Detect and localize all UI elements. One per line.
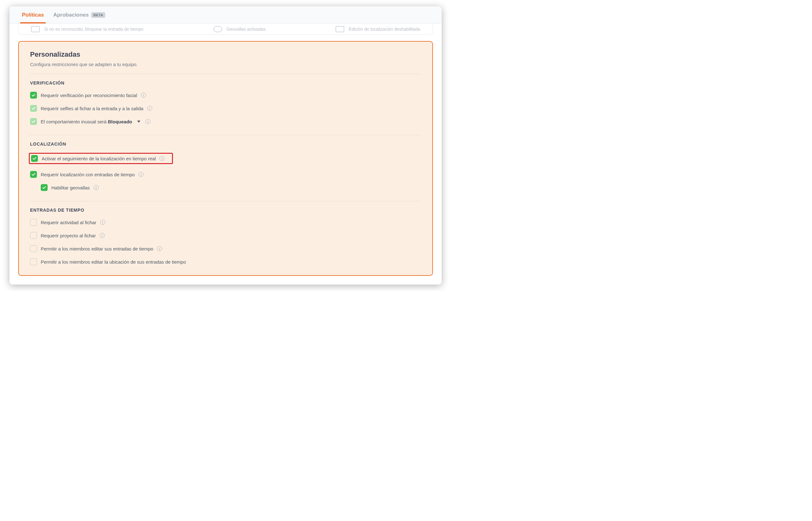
label-location-geofence: Habilitar geovallas [51, 185, 90, 190]
check-icon [42, 185, 46, 190]
tab-approvals[interactable]: Aprobaciones BETA [53, 12, 106, 23]
info-icon[interactable]: i [145, 119, 150, 124]
tab-approvals-label: Aprobaciones [53, 12, 89, 18]
label-verify-behavior: El comportamiento inusual será Bloqueado [41, 119, 132, 124]
panel-title: Personalizadas [30, 50, 421, 59]
toggle-icon [31, 26, 40, 32]
label-verify-behavior-pre: El comportamiento inusual será [41, 119, 108, 124]
checkbox-location-require[interactable] [30, 171, 37, 178]
chevron-down-icon[interactable] [137, 120, 140, 123]
row-time-edit-entries: Permitir a los miembros editar sus entra… [30, 243, 421, 254]
row-location-realtime: Activar el seguimiento de la localizació… [30, 151, 421, 166]
label-time-edit-entries: Permitir a los miembros editar sus entra… [41, 246, 153, 251]
row-time-edit-location: Permitir a los miembros editar la ubicac… [30, 256, 421, 267]
cutoff-text-a: Si no es reconocido, bloquear la entrada… [44, 27, 144, 31]
checkbox-time-edit-entries[interactable] [30, 245, 37, 252]
checkbox-time-edit-location[interactable] [30, 258, 37, 265]
row-verify-selfies: Requerir selfies al fichar a la entrada … [30, 103, 421, 114]
checkbox-verify-selfies[interactable] [30, 105, 37, 112]
section-time-head: ENTRADAS DE TIEMPO [30, 208, 421, 212]
check-icon [32, 156, 37, 161]
beta-badge: BETA [91, 12, 105, 18]
cutoff-text-c: Edición de localización deshabilitada [349, 27, 420, 31]
checkbox-verify-behavior[interactable] [30, 118, 37, 125]
label-time-edit-location: Permitir a los miembros editar la ubicac… [41, 259, 186, 265]
label-location-require: Requerir localización con entradas de ti… [41, 172, 135, 177]
label-verify-selfies: Requerir selfies al fichar a la entrada … [41, 106, 144, 111]
label-time-project: Requerir proyecto al fichar [41, 233, 96, 238]
info-icon[interactable]: i [147, 106, 152, 111]
content-area: Si no es reconocido, bloquear la entrada… [9, 23, 442, 285]
divider [30, 201, 421, 201]
previous-card-cutoff: Si no es reconocido, bloquear la entrada… [18, 23, 433, 35]
checkbox-time-project[interactable] [30, 232, 37, 239]
highlight-box: Activar el seguimiento de la localizació… [29, 153, 173, 164]
check-icon [31, 172, 36, 177]
divider [30, 135, 421, 135]
check-icon [31, 93, 36, 97]
checkbox-location-realtime[interactable] [31, 155, 38, 162]
panel-subtitle: Configura restricciones que se adapten a… [30, 62, 421, 67]
row-verify-behavior: El comportamiento inusual será Bloqueado… [30, 116, 421, 127]
label-location-realtime: Activar el seguimiento de la localizació… [42, 156, 156, 161]
section-verification-head: VERIFICACIÓN [30, 81, 421, 86]
checkbox-time-activity[interactable] [30, 219, 37, 226]
info-icon[interactable]: i [100, 233, 105, 238]
custom-policies-panel: Personalizadas Configura restricciones q… [18, 41, 433, 276]
check-icon [31, 119, 36, 124]
toggle-icon [213, 26, 222, 32]
row-time-activity: Requerir actividad al fichar i [30, 217, 421, 228]
row-verify-facial: Requerir verificación por reconocimiento… [30, 90, 421, 100]
checkbox-verify-facial[interactable] [30, 92, 37, 99]
divider [30, 74, 421, 74]
checkbox-location-geofence[interactable] [41, 184, 48, 191]
info-icon[interactable]: i [100, 220, 105, 225]
info-icon[interactable]: i [141, 93, 146, 98]
app-frame: Políticas Aprobaciones BETA Si no es rec… [9, 6, 442, 285]
section-location-head: LOCALIZACIÓN [30, 141, 421, 146]
info-icon[interactable]: i [138, 172, 144, 177]
label-verify-behavior-bold: Bloqueado [108, 119, 132, 124]
row-location-require: Requerir localización con entradas de ti… [30, 169, 421, 180]
label-verify-facial: Requerir verificación por reconocimiento… [41, 93, 137, 98]
info-icon[interactable]: i [157, 246, 162, 251]
info-icon[interactable]: i [94, 185, 99, 190]
row-location-geofence: Habilitar geovallas i [30, 182, 421, 193]
tab-bar: Políticas Aprobaciones BETA [9, 6, 442, 23]
toggle-icon [335, 26, 344, 32]
check-icon [31, 106, 36, 111]
label-time-activity: Requerir actividad al fichar [41, 220, 96, 225]
info-icon[interactable]: i [159, 156, 164, 161]
row-time-project: Requerir proyecto al fichar i [30, 230, 421, 241]
tab-policies[interactable]: Políticas [22, 12, 44, 23]
cutoff-text-b: Geovallas activadas [226, 27, 266, 31]
tab-policies-label: Políticas [22, 12, 44, 18]
